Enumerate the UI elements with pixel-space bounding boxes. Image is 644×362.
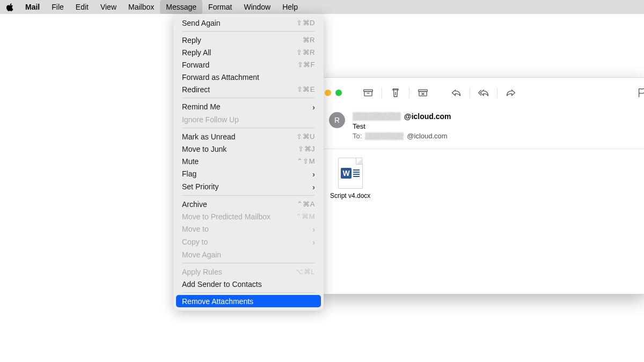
menu-item-set-priority[interactable]: Set Priority›: [173, 180, 324, 193]
menu-item-ignore-follow-up: Ignore Follow Up: [173, 113, 324, 125]
menu-item-reply-all[interactable]: Reply All⇧⌘R: [173, 46, 324, 58]
to-label: To:: [353, 132, 362, 140]
menu-item-label: Reply: [182, 36, 201, 45]
menu-item-move-again: Move Again: [173, 248, 324, 261]
menu-item-forward[interactable]: Forward⇧⌘F: [173, 58, 324, 71]
menu-item-copy-to: Copy to›: [173, 235, 324, 248]
email-header: R @icloud.com Test To: @icloud.com: [319, 108, 644, 149]
menu-shortcut: ⇧⌘F: [297, 61, 315, 69]
menu-item-flag[interactable]: Flag›: [173, 167, 324, 180]
menubar-item-format[interactable]: Format: [202, 0, 238, 14]
chevron-right-icon: ›: [312, 182, 315, 191]
menu-separator: [182, 31, 315, 32]
menubar-item-help[interactable]: Help: [276, 0, 304, 14]
toolbar-separator: [470, 87, 470, 98]
menu-item-forward-as-attachment[interactable]: Forward as Attachment: [173, 71, 324, 83]
menubar-item-file[interactable]: File: [46, 0, 70, 14]
menu-item-label: Mute: [182, 157, 199, 166]
flag-icon[interactable]: [634, 85, 644, 100]
menu-item-label: Flag: [182, 169, 196, 178]
reply-icon[interactable]: [448, 85, 464, 100]
menu-item-label: Archive: [182, 200, 207, 209]
menu-item-label: Send Again: [182, 19, 221, 27]
redacted-to-name: [365, 132, 404, 140]
chevron-right-icon: ›: [312, 225, 315, 234]
menu-separator: [182, 128, 315, 128]
menu-item-archive[interactable]: Archive⌃⌘A: [173, 198, 324, 210]
menu-item-label: Copy to: [182, 238, 208, 246]
minimize-icon[interactable]: [325, 90, 331, 96]
menu-item-label: Reply All: [182, 48, 211, 57]
svg-rect-1: [364, 92, 372, 96]
menu-item-label: Set Priority: [182, 182, 218, 191]
trash-icon[interactable]: [387, 85, 404, 100]
from-suffix: @icloud.com: [404, 112, 451, 121]
word-document-icon: W: [338, 158, 363, 189]
menubar-app[interactable]: Mail: [19, 0, 46, 14]
avatar: R: [329, 112, 345, 128]
menu-item-label: Remind Me: [182, 102, 221, 111]
to-suffix: @icloud.com: [407, 132, 447, 140]
menu-separator: [182, 195, 315, 196]
menu-item-label: Remove Attachments: [182, 297, 253, 306]
forward-icon[interactable]: [503, 85, 519, 100]
menubar-item-edit[interactable]: Edit: [70, 0, 94, 14]
menu-shortcut: ⇧⌘U: [296, 132, 315, 141]
chevron-right-icon: ›: [312, 102, 315, 112]
menu-shortcut: ⌃⌘A: [297, 200, 315, 208]
menu-shortcut: ⌃⇧M: [297, 157, 315, 165]
menu-item-reply[interactable]: Reply⌘R: [173, 34, 324, 46]
toolbar-separator: [382, 87, 382, 98]
toolbar-separator: [497, 87, 497, 98]
from-line: @icloud.com: [353, 112, 451, 121]
menu-item-label: Move to Junk: [182, 145, 226, 153]
chevron-right-icon: ›: [312, 169, 315, 179]
menu-item-move-to-junk[interactable]: Move to Junk⇧⌘J: [173, 143, 324, 155]
menu-shortcut: ⌘R: [303, 36, 315, 44]
menubar-item-mailbox[interactable]: Mailbox: [122, 0, 160, 14]
menu-item-mark-as-unread[interactable]: Mark as Unread⇧⌘U: [173, 130, 324, 143]
menu-separator: [182, 263, 315, 263]
menu-separator: [182, 98, 315, 98]
chevron-right-icon: ›: [312, 238, 315, 247]
to-line: To: @icloud.com: [353, 132, 451, 140]
redacted-from-name: [353, 112, 401, 121]
menu-item-label: Mark as Unread: [182, 132, 236, 141]
menu-item-label: Move to: [182, 225, 209, 233]
menubar-item-view[interactable]: View: [94, 0, 122, 14]
menu-item-remind-me[interactable]: Remind Me›: [173, 100, 324, 113]
menu-item-label: Forward as Attachment: [182, 73, 259, 82]
menu-shortcut: ⇧⌘R: [296, 48, 315, 56]
menu-item-label: Move Again: [182, 250, 221, 259]
email-window: R @icloud.com Test To: @icloud.com W Scr…: [319, 77, 644, 294]
menu-item-label: Ignore Follow Up: [182, 115, 239, 124]
message-menu-dropdown: Send Again⇧⌘DReply⌘RReply All⇧⌘RForward⇧…: [173, 14, 324, 311]
menu-item-label: Move to Predicted Mailbox: [182, 212, 270, 221]
archive-icon[interactable]: [360, 85, 376, 100]
toolbar-separator: [409, 87, 409, 98]
apple-logo-icon[interactable]: [4, 2, 15, 12]
email-toolbar: [319, 78, 644, 108]
menu-shortcut: ⇧⌘E: [297, 85, 315, 93]
junk-icon[interactable]: [415, 85, 431, 100]
window-traffic-lights[interactable]: [325, 90, 342, 96]
menu-item-add-sender-to-contacts[interactable]: Add Sender to Contacts: [173, 278, 324, 290]
attachment-name: Script v4.docx: [330, 192, 370, 200]
maximize-icon[interactable]: [335, 90, 342, 96]
menubar-item-window[interactable]: Window: [238, 0, 276, 14]
menu-item-label: Add Sender to Contacts: [182, 280, 262, 289]
menu-item-redirect[interactable]: Redirect⇧⌘E: [173, 83, 324, 95]
menu-item-label: Redirect: [182, 85, 210, 94]
menu-item-send-again[interactable]: Send Again⇧⌘D: [173, 17, 324, 29]
reply-all-icon[interactable]: [475, 85, 492, 100]
menubar-item-message[interactable]: Message: [160, 0, 202, 14]
menu-separator: [182, 292, 315, 293]
menu-shortcut: ⇧⌘D: [296, 19, 315, 27]
attachment[interactable]: W Script v4.docx: [330, 158, 370, 200]
menubar: Mail File Edit View Mailbox Message Form…: [0, 0, 644, 14]
menu-item-mute[interactable]: Mute⌃⇧M: [173, 155, 324, 167]
menu-item-remove-attachments[interactable]: Remove Attachments: [176, 295, 321, 307]
email-body: W Script v4.docx: [319, 149, 644, 208]
menu-item-apply-rules: Apply Rules⌥⌘L: [173, 265, 324, 278]
menu-shortcut: ⌃⌘M: [296, 212, 315, 220]
